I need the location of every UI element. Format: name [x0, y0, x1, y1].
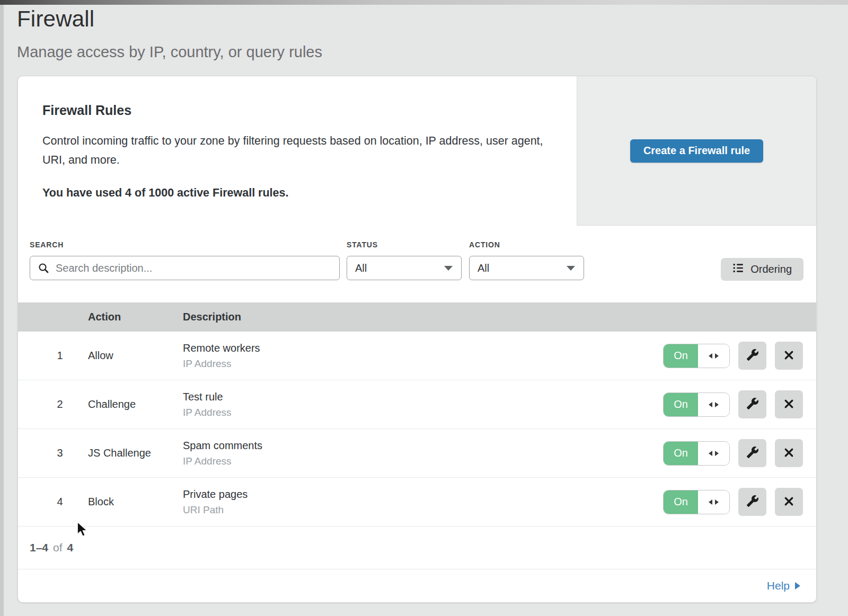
rule-description-cell: Remote workers IP Address [183, 342, 663, 370]
close-icon [783, 398, 795, 412]
rule-controls: On [663, 342, 816, 370]
rule-action: Challenge [88, 398, 183, 410]
drag-handle-icon[interactable] [698, 344, 729, 368]
drag-handle-icon[interactable] [698, 442, 729, 465]
delete-rule-button[interactable] [775, 342, 803, 370]
status-select[interactable]: All [347, 256, 462, 280]
page-subtitle: Manage access by IP, country, or query r… [17, 43, 848, 61]
rule-priority: 2 [18, 398, 88, 410]
column-header-description: Description [183, 311, 816, 323]
firewall-rules-card: Firewall Rules Control incoming traffic … [17, 76, 817, 603]
firewall-page: Firewall Manage access by IP, country, o… [0, 0, 848, 616]
table-row: 4 Block Private pages URI Path On [18, 478, 816, 526]
edit-rule-button[interactable] [738, 390, 766, 418]
ordering-list-icon [732, 262, 744, 276]
rule-priority: 1 [18, 350, 88, 362]
info-section: Firewall Rules Control incoming traffic … [18, 76, 816, 226]
screen-edge-artifact-top [0, 0, 848, 5]
usage-note: You have used 4 of 1000 active Firewall … [42, 186, 555, 200]
caret-down-icon [444, 266, 453, 271]
ordering-button[interactable]: Ordering [721, 258, 803, 281]
wrench-icon [746, 349, 759, 363]
edit-rule-button[interactable] [738, 439, 766, 467]
toggle-on-label: On [664, 393, 698, 416]
rule-match-type: IP Address [183, 456, 663, 467]
rule-description-cell: Private pages URI Path [183, 488, 663, 516]
action-select[interactable]: All [469, 256, 584, 280]
pagination-total: 4 [67, 541, 74, 554]
rule-description-cell: Spam comments IP Address [183, 440, 663, 467]
rule-match-type: IP Address [183, 358, 663, 370]
page-header: Firewall Manage access by IP, country, o… [0, 0, 848, 61]
rule-enabled-toggle[interactable]: On [663, 441, 730, 466]
rule-controls: On [663, 488, 816, 516]
help-link[interactable]: Help [767, 579, 800, 592]
rule-priority: 3 [18, 447, 88, 459]
caret-down-icon [567, 266, 575, 271]
screen-edge-artifact-left [0, 5, 4, 616]
delete-rule-button[interactable] [775, 439, 803, 467]
rule-action: Block [88, 496, 183, 508]
table-header: Action Description [18, 302, 816, 332]
drag-handle-icon[interactable] [698, 393, 729, 416]
rules-table-body: 1 Allow Remote workers IP Address On [18, 332, 816, 526]
search-filter-group: SEARCH [30, 240, 340, 280]
caret-right-icon [795, 582, 800, 590]
toggle-on-label: On [664, 442, 698, 465]
search-input[interactable] [30, 256, 340, 280]
rule-action: Allow [88, 350, 183, 362]
rule-controls: On [663, 390, 816, 418]
help-link-label: Help [767, 579, 790, 592]
close-icon [783, 447, 795, 460]
rule-description: Test rule [183, 391, 663, 403]
pagination-range: 1–4 [30, 541, 48, 554]
wrench-icon [746, 397, 759, 412]
info-heading: Firewall Rules [42, 103, 555, 118]
rule-match-type: IP Address [183, 407, 663, 418]
create-rule-panel: Create a Firewall rule [577, 76, 816, 226]
table-row: 1 Allow Remote workers IP Address On [18, 332, 816, 380]
help-row: Help [18, 569, 816, 602]
rule-description-cell: Test rule IP Address [183, 391, 663, 418]
ordering-button-label: Ordering [750, 263, 792, 275]
status-filter-group: STATUS All [347, 240, 462, 280]
edit-rule-button[interactable] [738, 488, 766, 516]
close-icon [783, 349, 795, 363]
wrench-icon [746, 446, 759, 460]
toggle-on-label: On [664, 490, 698, 514]
column-header-action: Action [88, 311, 183, 323]
rule-enabled-toggle[interactable]: On [663, 344, 730, 368]
page-title: Firewall [17, 5, 848, 33]
search-label: SEARCH [30, 240, 340, 249]
status-select-value: All [355, 262, 367, 274]
rule-priority: 4 [18, 496, 88, 508]
rule-description: Remote workers [183, 342, 663, 354]
toggle-on-label: On [664, 344, 698, 368]
rule-enabled-toggle[interactable]: On [663, 490, 730, 514]
info-description: Control incoming traffic to your zone by… [42, 131, 543, 169]
info-text-area: Firewall Rules Control incoming traffic … [18, 76, 577, 226]
table-row: 3 JS Challenge Spam comments IP Address … [18, 429, 816, 478]
filter-section: SEARCH STATUS All [18, 226, 816, 302]
action-label: ACTION [469, 240, 584, 249]
table-row: 2 Challenge Test rule IP Address On [18, 380, 816, 429]
action-select-value: All [478, 262, 489, 274]
wrench-icon [746, 495, 759, 509]
pagination-of-label: of [53, 541, 63, 554]
rule-enabled-toggle[interactable]: On [663, 392, 730, 417]
action-filter-group: ACTION All [469, 240, 584, 280]
rule-action: JS Challenge [88, 447, 183, 459]
rule-description: Spam comments [183, 440, 663, 452]
status-label: STATUS [347, 240, 462, 249]
pagination-bar: 1–4 of 4 [18, 526, 816, 569]
rule-match-type: URI Path [183, 504, 663, 516]
create-firewall-rule-button[interactable]: Create a Firewall rule [630, 139, 763, 163]
rule-description: Private pages [183, 488, 663, 501]
edit-rule-button[interactable] [738, 342, 766, 370]
drag-handle-icon[interactable] [698, 490, 729, 514]
rule-controls: On [663, 439, 816, 467]
delete-rule-button[interactable] [775, 390, 803, 418]
delete-rule-button[interactable] [775, 488, 803, 516]
close-icon [783, 495, 795, 509]
